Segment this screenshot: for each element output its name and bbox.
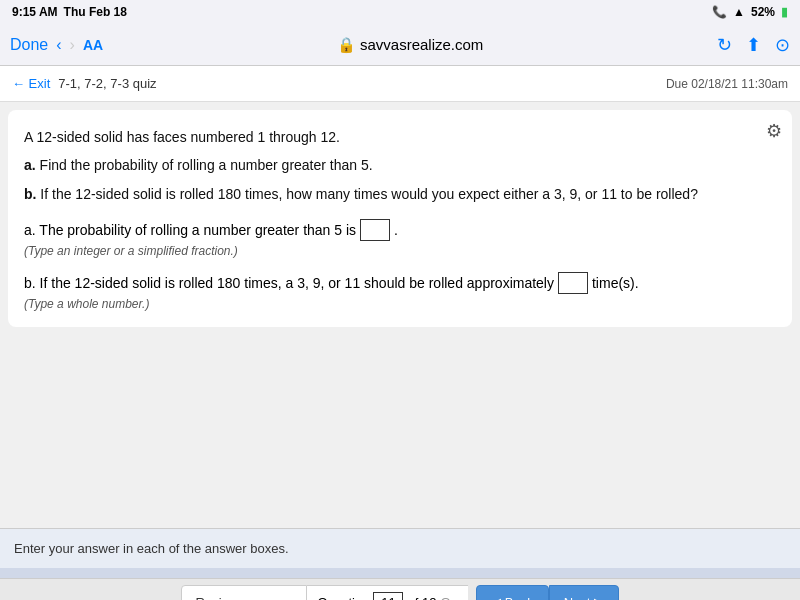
question-number-input[interactable] [373, 592, 403, 601]
url-text: savvasrealize.com [360, 36, 483, 53]
next-arrow-icon: ▶ [594, 595, 604, 600]
url-bar: 🔒 savvasrealize.com [113, 36, 707, 54]
go-button[interactable]: Go [440, 595, 457, 600]
part-b-question-prefix: b. If the 12-sided solid is rolled 180 t… [24, 275, 554, 291]
bottom-nav: Review progress Question of 12 Go ◀ Back… [0, 578, 800, 600]
next-button[interactable]: Next ▶ [549, 585, 620, 601]
part-a-intro-text: Find the probability of rolling a number… [40, 157, 373, 173]
status-bar: 9:15 AM Thu Feb 18 📞 ▲ 52% ▮ [0, 0, 800, 24]
done-button[interactable]: Done [10, 36, 48, 54]
of-label: of 12 [407, 595, 436, 600]
content-area: ⚙ A 12-sided solid has faces numbered 1 … [0, 102, 800, 528]
back-label: Back [505, 595, 534, 600]
phone-icon: 📞 [712, 5, 727, 19]
exit-button[interactable]: ← Exit [12, 76, 50, 91]
part-b-intro-text: If the 12-sided solid is rolled 180 time… [40, 186, 698, 202]
intro-text: A 12-sided solid has faces numbered 1 th… [24, 126, 776, 148]
lock-icon: 🔒 [337, 36, 356, 53]
question-label: Question [317, 595, 369, 600]
info-bar-secondary [0, 568, 800, 578]
status-right: 📞 ▲ 52% ▮ [712, 5, 788, 19]
back-arrow-icon: ◀ [491, 595, 501, 600]
part-a-intro: a. Find the probability of rolling a num… [24, 154, 776, 176]
part-a-question-prefix: a. The probability of rolling a number g… [24, 222, 356, 238]
back-arrow-button[interactable]: ‹ [56, 36, 61, 54]
part-a-answer-box[interactable] [360, 219, 390, 241]
part-b-question-suffix: time(s). [592, 275, 639, 291]
part-a-hint: (Type an integer or a simplified fractio… [24, 244, 776, 258]
part-b-answer-line: b. If the 12-sided solid is rolled 180 t… [24, 272, 776, 294]
info-bar: Enter your answer in each of the answer … [0, 528, 800, 568]
part-b-hint: (Type a whole number.) [24, 297, 776, 311]
info-message: Enter your answer in each of the answer … [14, 541, 289, 556]
part-b-intro: b. If the 12-sided solid is rolled 180 t… [24, 183, 776, 205]
time-display: 9:15 AM [12, 5, 58, 19]
part-a-answer-line: a. The probability of rolling a number g… [24, 219, 776, 241]
quiz-nav-bar: ← Exit 7-1, 7-2, 7-3 quiz Due 02/18/21 1… [0, 66, 800, 102]
due-date: Due 02/18/21 11:30am [666, 77, 788, 91]
part-a-label: a. [24, 157, 36, 173]
review-progress-button[interactable]: Review progress [181, 585, 308, 601]
refresh-button[interactable]: ↻ [717, 34, 732, 56]
part-b-label: b. [24, 186, 36, 202]
settings-button[interactable]: ⚙ [766, 120, 782, 142]
browser-nav-right: ↻ ⬆ ⊙ [717, 34, 790, 56]
battery-icon: ▮ [781, 5, 788, 19]
bookmarks-button[interactable]: ⊙ [775, 34, 790, 56]
wifi-icon: ▲ [733, 5, 745, 19]
status-left: 9:15 AM Thu Feb 18 [12, 5, 127, 19]
question-text: A 12-sided solid has faces numbered 1 th… [24, 126, 776, 205]
browser-nav-left: Done ‹ › AA [10, 36, 103, 54]
text-size-button[interactable]: AA [83, 37, 103, 53]
part-a-question-suffix: . [394, 222, 398, 238]
question-nav: Question of 12 Go [307, 585, 467, 601]
share-button[interactable]: ⬆ [746, 34, 761, 56]
browser-bar: Done ‹ › AA 🔒 savvasrealize.com ↻ ⬆ ⊙ [0, 24, 800, 66]
part-b-answer-box[interactable] [558, 272, 588, 294]
quiz-title: 7-1, 7-2, 7-3 quiz [58, 76, 156, 91]
next-label: Next [564, 595, 591, 600]
battery-display: 52% [751, 5, 775, 19]
question-card: ⚙ A 12-sided solid has faces numbered 1 … [8, 110, 792, 327]
back-button[interactable]: ◀ Back [476, 585, 549, 601]
date-display: Thu Feb 18 [64, 5, 127, 19]
forward-arrow-button[interactable]: › [70, 36, 75, 54]
